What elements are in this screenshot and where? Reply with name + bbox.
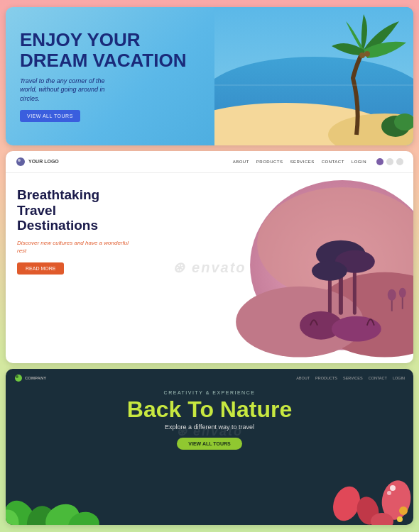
card1-cta-button[interactable]: VIEW ALL TOURS [20, 110, 80, 122]
card2-left-content: Breathtaking Travel Destinations Discove… [6, 173, 148, 362]
card-nature: COMPANY ABOUT PRODUCTS SERVICES CONTACT … [6, 369, 413, 525]
card2-subtitle: Discover new cultures and have a wonderf… [17, 239, 136, 255]
card1-description: Travel to the any corner of the world, w… [20, 77, 105, 104]
svg-point-28 [16, 375, 18, 378]
card3-tagline: Explore a different way to travel [6, 423, 413, 431]
card3-body: creativity & experience Back To Nature E… [6, 387, 413, 450]
card3-nav-links: ABOUT PRODUCTS SERVICES CONTACT LOGIN [296, 376, 405, 380]
nav-icon-2[interactable] [386, 158, 393, 165]
svg-point-26 [399, 287, 406, 297]
nav-icon-3[interactable] [396, 158, 403, 165]
card2-cta-button[interactable]: READ MORE [17, 262, 64, 275]
card-vacation: ENJOY YOUR DREAM VACATION Travel to the … [6, 7, 413, 145]
card3-leaves [6, 475, 413, 525]
svg-point-20 [312, 261, 347, 281]
card3-creativity: creativity & experience [6, 390, 413, 395]
card2-body: ⊛ envato Breathtaking Travel Destination… [6, 173, 413, 362]
card2-headline: Breathtaking Travel Destinations [17, 187, 136, 234]
nav-icon-1[interactable] [376, 158, 383, 165]
svg-point-40 [399, 506, 408, 515]
card3-cta-button[interactable]: VIEW ALL TOURS [177, 438, 241, 450]
card3-headline: Back To Nature [6, 398, 413, 421]
logo-icon [16, 157, 26, 167]
svg-point-9 [16, 157, 25, 166]
card1-headline: ENJOY YOUR DREAM VACATION [20, 30, 399, 70]
card3-logo-icon [14, 374, 23, 382]
card2-nav-links: ABOUT PRODUCTS SERVICES CONTACT LOGIN [233, 160, 366, 164]
card2-logo: YOUR LOGO [16, 157, 59, 167]
card-destinations: YOUR LOGO ABOUT PRODUCTS SERVICES CONTAC… [6, 151, 413, 364]
svg-point-10 [18, 159, 21, 162]
card2-illustration [172, 173, 413, 362]
svg-point-41 [397, 516, 403, 522]
svg-point-22 [332, 316, 381, 341]
svg-point-24 [388, 289, 396, 300]
card2-navbar: YOUR LOGO ABOUT PRODUCTS SERVICES CONTAC… [6, 151, 413, 173]
card2-nav-icons [376, 158, 403, 165]
card3-logo: COMPANY [14, 374, 46, 382]
svg-point-27 [15, 375, 22, 382]
card3-navbar: COMPANY ABOUT PRODUCTS SERVICES CONTACT … [6, 369, 413, 387]
svg-point-39 [387, 491, 391, 495]
svg-point-38 [390, 485, 396, 491]
